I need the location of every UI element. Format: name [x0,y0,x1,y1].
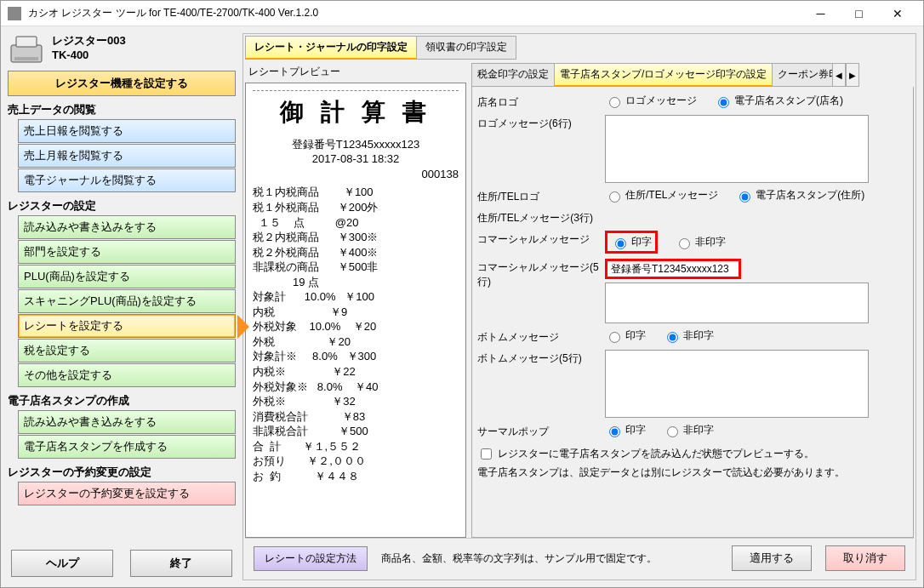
commercial-textarea[interactable] [605,283,869,323]
receipt-title: 御 計 算 書 [253,96,459,128]
ejournal-button[interactable]: 電子ジャーナルを閲覧する [18,168,236,192]
preview-checkbox-label: レジスターに電子店名スタンプを読み込んだ状態でプレビューする。 [498,447,814,461]
section-reserve: レジスターの予約変更の設定 [8,465,236,480]
commercial-input[interactable] [605,259,741,279]
subtab-tax[interactable]: 税金印字の設定 [471,63,555,87]
radio-bottom-noprint[interactable]: 非印字 [663,328,714,343]
addr-logo-label: 住所/TELロゴ [477,188,605,204]
r-l18: 合 計 ￥１,５５２ [253,439,459,454]
set-model-button[interactable]: レジスター機種を設定する [8,71,236,96]
r-l12: 対象計※ 8.0% ￥300 [253,349,459,364]
exit-button[interactable]: 終了 [130,550,232,577]
highlight-print-radio: 印字 [605,231,658,254]
tax-button[interactable]: 税を設定する [18,339,236,363]
section-stamp: 電子店名スタンプの作成 [8,393,236,408]
scanplu-button[interactable]: スキャニングPLU(商品)を設定する [18,289,236,313]
logo-msg-label: ロゴメッセージ(6行) [477,115,605,183]
r-l3: １５ 点 @20 [253,215,459,231]
settings-column: 税金印字の設定 電子店名スタンプ/ロゴメッセージ印字の設定 クーポン券印字 ◀ … [471,63,914,538]
r-l6: 非課税の商品 ￥500非 [253,260,459,275]
radio-addr-stamp[interactable]: 電子店名スタンプ(住所) [735,188,864,203]
radio-stamp-shop[interactable]: 電子店名スタンプ(店名) [714,94,843,108]
r-l16: 消費税合計 ￥83 [253,409,459,425]
preview-column: レシートプレビュー 御 計 算 書 登録番号T12345xxxxx123 201… [245,63,466,538]
stamp-make-button[interactable]: 電子店名スタンプを作成する [18,435,236,459]
subtab-coupon[interactable]: クーポン券印字 [772,63,833,87]
bottom-bar: レシートの設定方法 商品名、金額、税率等の文字列は、サンプル用で固定です。 適用… [245,538,914,578]
r-l7: 19 点 [253,275,459,290]
settings-body: 店名ロゴ ロゴメッセージ 電子店名スタンプ(店名) ロゴメッセージ(6行) [471,87,914,538]
section-settings: レジスターの設定 [8,198,236,214]
plu-button[interactable]: PLU(商品)を設定する [18,265,236,288]
r-l10: 外税対象 10.0% ￥20 [253,319,459,334]
rw-button[interactable]: 読み込みや書き込みをする [18,215,236,239]
tab-scroll-right[interactable]: ▶ [846,63,859,87]
tab-scroll-left[interactable]: ◀ [832,63,846,87]
cancel-button[interactable]: 取り消す [825,545,905,571]
shop-logo-label: 店名ロゴ [477,94,605,110]
bottom5-label: ボトムメッセージ(5行) [477,350,605,418]
logo-msg-textarea[interactable] [605,115,869,183]
tab-ryoshusho[interactable]: 領収書の印字設定 [416,36,516,60]
apply-button[interactable]: 適用する [732,545,812,571]
r-l13: 内税※ ￥22 [253,364,459,380]
r-l1: 税１内税商品 ￥100 [253,185,459,200]
radio-commercial-noprint[interactable]: 非印字 [675,235,726,249]
minimize-button[interactable]: ─ [801,1,840,26]
r-l17: 非課税合計 ￥500 [253,424,459,439]
maximize-button[interactable]: □ [840,1,878,26]
subtab-stamp[interactable]: 電子店名スタンプ/ロゴメッセージ印字の設定 [554,63,773,87]
other-button[interactable]: その他を設定する [18,363,236,387]
top-tabs: レシート・ジャーナルの印字設定 領収書の印字設定 [245,36,914,60]
sub-tabs: 税金印字の設定 電子店名スタンプ/ロゴメッセージ印字の設定 クーポン券印字 ◀ … [471,63,914,87]
r-l2: 税１外税商品 ￥200外 [253,200,459,215]
commercial-label: コマーシャルメッセージ [477,231,605,254]
body: レジスター003 TK-400 レジスター機種を設定する 売上データの閲覧 売上… [1,26,923,587]
daily-report-button[interactable]: 売上日報を閲覧する [18,119,236,143]
r-l14: 外税対象※ 8.0% ￥40 [253,380,459,395]
radio-commercial-print[interactable]: 印字 [611,235,652,249]
reserve-button[interactable]: レジスターの予約変更を設定する [18,482,236,505]
addr-msg-label: 住所/TELメッセージ(3行) [477,209,605,225]
sidebar: レジスター003 TK-400 レジスター機種を設定する 売上データの閲覧 売上… [8,33,236,580]
main-panel: レシート・ジャーナルの印字設定 領収書の印字設定 レシートプレビュー 御 計 算… [242,33,916,580]
bottom-textarea[interactable] [605,350,869,418]
r-l9: 内税 ￥9 [253,305,459,320]
r-l15: 外税※ ￥32 [253,394,459,409]
close-button[interactable]: ✕ [878,1,916,26]
receipt-settings-button[interactable]: レシートを設定する [18,314,236,338]
thermal-label: サーマルポップ [477,423,605,439]
r-l5: 税２外税商品 ￥400※ [253,245,459,260]
radio-logo-message[interactable]: ロゴメッセージ [605,94,697,108]
stamp-note: 電子店名スタンプは、設定データとは別にレジスターで読込む必要があります。 [477,465,908,480]
tab-receipt-journal[interactable]: レシート・ジャーナルの印字設定 [245,36,417,60]
radio-addr-msg[interactable]: 住所/TELメッセージ [605,188,718,203]
r-l4: 税２内税商品 ￥300※ [253,230,459,245]
radio-bottom-print[interactable]: 印字 [605,328,646,343]
radio-thermal-print[interactable]: 印字 [605,423,646,437]
section-sales: 売上データの閲覧 [8,102,236,117]
window-title: カシオ レジスター ツール for TE-400/TE-2700/TK-400 … [28,6,801,20]
svg-rect-1 [16,37,37,47]
radio-thermal-noprint[interactable]: 非印字 [663,423,714,437]
r-l8: 対象計 10.0% ￥100 [253,289,459,305]
monthly-report-button[interactable]: 売上月報を閲覧する [18,144,236,168]
register-name: レジスター003 [52,33,126,49]
commercial5-label: コマーシャルメッセージ(5行) [477,259,605,323]
register-header: レジスター003 TK-400 [8,33,236,66]
register-icon [8,33,45,66]
help-button[interactable]: ヘルプ [11,550,113,577]
bottom-note: 商品名、金額、税率等の文字列は、サンプル用で固定です。 [381,551,718,566]
register-model: TK-400 [52,49,126,61]
preview-checkbox[interactable] [481,448,492,460]
howto-button[interactable]: レシートの設定方法 [254,546,368,571]
dept-button[interactable]: 部門を設定する [18,240,236,264]
svg-rect-2 [14,57,38,60]
stamp-rw-button[interactable]: 読み込みや書き込みをする [18,410,236,434]
r-l11: 外税 ￥20 [253,334,459,350]
receipt-seq: 000138 [253,167,459,182]
app-icon [8,7,21,20]
app-window: カシオ レジスター ツール for TE-400/TE-2700/TK-400 … [0,0,924,588]
titlebar: カシオ レジスター ツール for TE-400/TE-2700/TK-400 … [1,1,923,26]
bottom-label: ボトムメッセージ [477,328,605,345]
